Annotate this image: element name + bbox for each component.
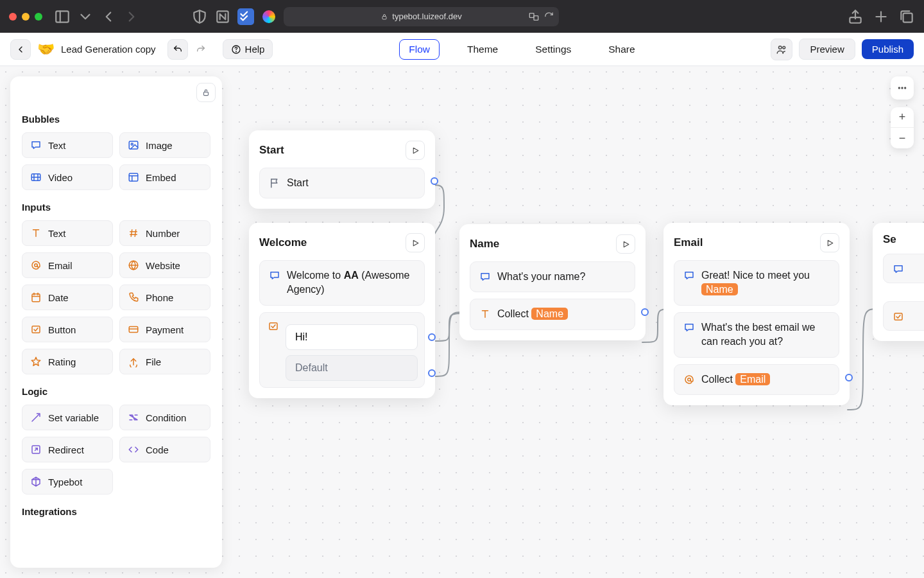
- todoist-icon[interactable]: [237, 8, 254, 25]
- play-button[interactable]: [616, 234, 635, 254]
- redo-button[interactable]: [191, 39, 211, 60]
- chip-bubble-video[interactable]: Video: [22, 164, 113, 190]
- node-name-title: Name: [470, 238, 499, 250]
- bot-emoji[interactable]: 🤝: [37, 41, 55, 58]
- variable-tag: Name: [531, 308, 568, 320]
- chip-bubble-image[interactable]: Image: [119, 132, 210, 158]
- back-button[interactable]: [10, 39, 31, 60]
- node-welcome[interactable]: Welcome Welcome to AA (Awesome Agency) H…: [249, 223, 435, 398]
- block-name-collect[interactable]: Collect Name: [470, 299, 635, 329]
- play-button[interactable]: [820, 233, 839, 252]
- chip-bubble-text[interactable]: Text: [22, 132, 113, 158]
- svg-marker-44: [413, 148, 418, 153]
- reload-icon[interactable]: [544, 12, 554, 21]
- bot-title[interactable]: Lead Generation copy: [61, 44, 156, 55]
- share-icon[interactable]: [847, 8, 864, 25]
- chat-icon: [269, 270, 280, 281]
- block-welcome-text[interactable]: Welcome to AA (Awesome Agency): [259, 260, 425, 306]
- chip-logic-condition[interactable]: Condition: [119, 405, 210, 430]
- variable-tag: Name: [701, 283, 738, 295]
- nav-back-icon[interactable]: [100, 8, 117, 25]
- output-port[interactable]: [431, 177, 438, 185]
- chip-logic-typebot[interactable]: Typebot: [22, 469, 113, 495]
- node-name[interactable]: Name What's your name? Collect Name: [459, 224, 646, 340]
- zoom-out-button[interactable]: −: [891, 128, 914, 148]
- chip-input-button[interactable]: Button: [22, 317, 113, 342]
- block-name-question[interactable]: What's your name?: [470, 261, 635, 292]
- section-logic: Logic: [22, 386, 210, 397]
- nav-forward-icon[interactable]: [123, 8, 140, 25]
- sidebar-lock-button[interactable]: [196, 83, 216, 102]
- svg-point-17: [131, 143, 133, 145]
- chip-input-file[interactable]: File: [119, 349, 210, 374]
- translate-icon[interactable]: [529, 12, 539, 22]
- flow-canvas[interactable]: Bubbles Text Image Video Embed Inputs Te…: [0, 66, 924, 578]
- checkbox-icon: [893, 311, 904, 322]
- tab-theme[interactable]: Theme: [458, 39, 508, 60]
- svg-rect-36: [32, 326, 40, 333]
- publish-button[interactable]: Publish: [862, 39, 914, 59]
- zoom-controls: + −: [891, 107, 914, 148]
- svg-rect-4: [382, 16, 386, 19]
- output-port[interactable]: [641, 308, 649, 316]
- block-partial-1[interactable]: [883, 254, 924, 283]
- window-minimize[interactable]: [22, 13, 30, 21]
- rainbow-icon[interactable]: [261, 8, 277, 25]
- block-email-question[interactable]: What's the best email we can reach you a…: [674, 312, 839, 358]
- help-button[interactable]: Help: [223, 39, 273, 59]
- notion-icon[interactable]: [214, 8, 231, 25]
- node-start-title: Start: [259, 144, 284, 157]
- output-port[interactable]: [428, 333, 436, 341]
- tabs-icon[interactable]: [898, 8, 915, 25]
- lock-icon: [381, 13, 388, 21]
- node-welcome-title: Welcome: [259, 236, 307, 249]
- output-port[interactable]: [428, 369, 436, 377]
- node-start[interactable]: Start Start: [249, 130, 435, 209]
- node-services-partial[interactable]: Se: [873, 223, 924, 341]
- chip-input-phone[interactable]: Phone: [119, 285, 210, 310]
- svg-rect-5: [529, 13, 534, 17]
- preview-button[interactable]: Preview: [799, 39, 855, 60]
- tab-settings[interactable]: Settings: [526, 39, 581, 60]
- svg-marker-48: [828, 240, 833, 246]
- play-button[interactable]: [406, 233, 425, 252]
- section-inputs: Inputs: [22, 202, 210, 213]
- chip-logic-redirect[interactable]: Redirect: [22, 437, 113, 462]
- svg-rect-6: [534, 15, 538, 20]
- window-maximize[interactable]: [35, 13, 42, 21]
- block-partial-2[interactable]: [883, 301, 924, 331]
- collaborators-button[interactable]: [771, 39, 792, 60]
- choice-option-hi[interactable]: Hi!: [286, 324, 418, 350]
- sidebar-toggle-icon[interactable]: [54, 8, 71, 25]
- block-email-collect[interactable]: Collect Email: [674, 364, 839, 395]
- shield-icon[interactable]: [191, 8, 208, 25]
- zoom-in-button[interactable]: +: [891, 107, 914, 128]
- play-button[interactable]: [406, 141, 425, 160]
- text-input-icon: [479, 308, 491, 320]
- canvas-menu-button[interactable]: [891, 76, 914, 100]
- chip-logic-code[interactable]: Code: [119, 437, 210, 462]
- chip-input-text[interactable]: Text: [22, 220, 113, 246]
- node-email[interactable]: Email Great! Nice to meet you Name What'…: [663, 223, 850, 405]
- chip-logic-setvar[interactable]: Set variable: [22, 405, 113, 430]
- new-tab-icon[interactable]: [873, 8, 889, 25]
- chip-bubble-embed[interactable]: Embed: [119, 164, 210, 190]
- chip-input-date[interactable]: Date: [22, 285, 113, 310]
- variable-tag: Email: [735, 373, 770, 385]
- tab-share[interactable]: Share: [599, 39, 644, 60]
- chevron-down-icon[interactable]: [77, 8, 94, 25]
- url-bar[interactable]: typebot.luizeof.dev: [284, 7, 559, 26]
- block-start[interactable]: Start: [259, 168, 425, 198]
- chip-input-payment[interactable]: Payment: [119, 317, 210, 342]
- tab-flow[interactable]: Flow: [399, 39, 440, 60]
- undo-button[interactable]: [167, 39, 188, 60]
- chip-input-website[interactable]: Website: [119, 252, 210, 278]
- chip-input-number[interactable]: Number: [119, 220, 210, 246]
- chip-input-rating[interactable]: Rating: [22, 349, 113, 374]
- choice-option-default[interactable]: Default: [286, 355, 418, 381]
- window-close[interactable]: [9, 13, 17, 21]
- block-welcome-choice[interactable]: Hi! Default: [259, 312, 425, 388]
- output-port[interactable]: [845, 374, 853, 381]
- chip-input-email[interactable]: Email: [22, 252, 113, 278]
- block-email-greet[interactable]: Great! Nice to meet you Name: [674, 260, 839, 306]
